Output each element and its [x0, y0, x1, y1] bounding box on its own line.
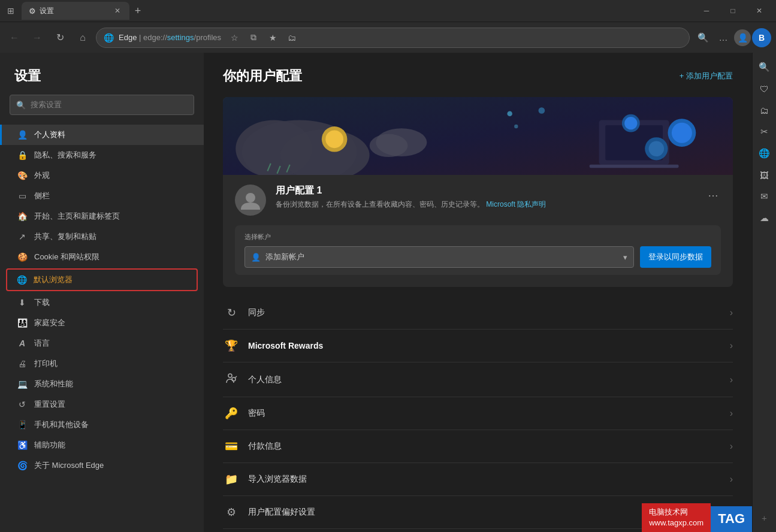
- section-item-personal[interactable]: 个人信息 ›: [223, 362, 733, 397]
- sidebar-item-accessibility[interactable]: ♿ 辅助功能: [0, 435, 204, 455]
- privacy-link[interactable]: Microsoft 隐私声明: [486, 200, 546, 208]
- section-arrow-icon: ›: [730, 474, 733, 485]
- profile-icon: 👤: [16, 130, 28, 140]
- minimize-button[interactable]: ─: [695, 2, 718, 20]
- account-label: 选择帐户: [244, 232, 711, 241]
- password-icon: 🔑: [223, 407, 240, 420]
- sidebar-item-privacy[interactable]: 🔒 隐私、搜索和服务: [0, 145, 204, 165]
- address-prefix: edge://: [143, 33, 167, 42]
- sidebar-item-sidebar[interactable]: ▭ 侧栏: [0, 186, 204, 206]
- edge-clipboard-icon[interactable]: ✂: [755, 122, 774, 141]
- section-label-sync: 同步: [248, 307, 721, 318]
- family-icon: 👨‍👩‍👧: [16, 318, 28, 328]
- section-item-rewards[interactable]: 🏆 Microsoft Rewards ›: [223, 330, 733, 362]
- sidebar-item-reset[interactable]: ↺ 重置设置: [0, 394, 204, 415]
- tab-switcher-icon[interactable]: ⧉: [245, 29, 262, 46]
- new-tab-button[interactable]: +: [129, 2, 146, 19]
- address-path: settings: [167, 33, 194, 42]
- edge-cloud-icon[interactable]: ☁: [755, 208, 774, 228]
- account-dropdown[interactable]: 👤 添加新帐户 ▾: [244, 246, 634, 268]
- edge-add-icon[interactable]: +: [755, 508, 774, 527]
- collections-icon[interactable]: 🗂: [283, 29, 300, 46]
- address-brand: Edge: [119, 33, 137, 42]
- edge-globe-icon[interactable]: 🌐: [755, 144, 774, 163]
- sidebar-item-system[interactable]: 💻 系统和性能: [0, 374, 204, 394]
- add-profile-button[interactable]: + 添加用户配置: [680, 71, 733, 81]
- sidebar-item-appearance[interactable]: 🎨 外观: [0, 165, 204, 186]
- section-arrow-icon: ›: [730, 408, 733, 419]
- system-icon: 💻: [16, 379, 28, 389]
- sidebar-item-profile[interactable]: 👤 个人资料: [0, 125, 204, 145]
- close-button[interactable]: ✕: [747, 2, 771, 20]
- sidebar-item-label: 个人资料: [34, 129, 65, 140]
- sidebar-title: 设置: [0, 67, 204, 95]
- sidebar-item-label: 语言: [34, 338, 50, 349]
- newtab-icon: 🏠: [16, 211, 28, 221]
- search-icon: 🔍: [16, 101, 26, 110]
- accessibility-icon: ♿: [16, 440, 28, 450]
- edge-shield-icon[interactable]: 🛡: [755, 79, 774, 98]
- sidebar-item-label: 开始、主页和新建标签页: [34, 211, 120, 222]
- payment-icon: 💳: [223, 440, 240, 453]
- sidebar-item-label: 隐私、搜索和服务: [34, 150, 96, 161]
- settings-more-icon[interactable]: …: [714, 28, 733, 47]
- zoom-icon[interactable]: 🔍: [693, 28, 712, 47]
- sidebar-item-printer[interactable]: 🖨 打印机: [0, 353, 204, 374]
- sidebar-item-mobile[interactable]: 📱 手机和其他设备: [0, 415, 204, 435]
- titlebar: ⊞ ⚙ 设置 ✕ + ─ □ ✕: [0, 0, 776, 22]
- refresh-button[interactable]: ↻: [50, 28, 70, 47]
- sync-button[interactable]: 登录以同步数据: [640, 246, 711, 268]
- sidebar-item-label: 家庭安全: [34, 318, 65, 328]
- edge-mail-icon[interactable]: ✉: [755, 187, 774, 206]
- edge-vertical-sidebar: 🔍 🛡 🗂 ✂ 🌐 🖼 ✉ ☁ +: [752, 53, 776, 532]
- address-bar-input[interactable]: 🌐 Edge | edge://settings/profiles ☆ ⧉ ★ …: [96, 28, 690, 48]
- section-item-password[interactable]: 🔑 密码 ›: [223, 397, 733, 430]
- svg-point-19: [514, 125, 518, 128]
- sidebar-item-newtab[interactable]: 🏠 开始、主页和新建标签页: [0, 206, 204, 226]
- section-item-payment[interactable]: 💳 付款信息 ›: [223, 430, 733, 463]
- favorites-icon[interactable]: ★: [264, 29, 281, 46]
- mobile-icon: 📱: [16, 420, 28, 430]
- sidebar-item-share[interactable]: ↗ 共享、复制和粘贴: [0, 226, 204, 247]
- sidebar-item-about[interactable]: 🌀 关于 Microsoft Edge: [0, 455, 204, 476]
- profile-avatar-button[interactable]: 👤: [734, 29, 751, 46]
- profile-more-button[interactable]: …: [705, 185, 721, 202]
- address-suffix: /profiles: [194, 33, 222, 42]
- sidebar-item-family[interactable]: 👨‍👩‍👧 家庭安全: [0, 313, 204, 333]
- tab-grid-icon[interactable]: ⊞: [5, 4, 17, 18]
- star-icon[interactable]: ☆: [226, 29, 243, 46]
- sidebar-item-language[interactable]: A 语言: [0, 333, 204, 353]
- forward-button[interactable]: →: [28, 28, 47, 47]
- section-item-import[interactable]: 📁 导入浏览器数据 ›: [223, 463, 733, 496]
- active-tab[interactable]: ⚙ 设置 ✕: [22, 2, 129, 20]
- cookie-icon: 🍪: [16, 252, 28, 262]
- import-icon: 📁: [223, 473, 240, 486]
- section-list: ↻ 同步 › 🏆 Microsoft Rewards ›: [223, 297, 733, 532]
- maximize-button[interactable]: □: [721, 2, 745, 20]
- download-icon: ⬇: [16, 298, 28, 307]
- profile-desc-text: 备份浏览数据，在所有设备上查看收藏内容、密码、历史记录等。: [276, 200, 484, 208]
- home-button[interactable]: ⌂: [73, 28, 92, 47]
- bing-button[interactable]: B: [752, 28, 771, 47]
- share-icon: ↗: [16, 232, 28, 241]
- back-button[interactable]: ←: [5, 28, 24, 47]
- sidebar-item-cookie[interactable]: 🍪 Cookie 和网站权限: [0, 247, 204, 267]
- sidebar-item-download[interactable]: ⬇ 下载: [0, 292, 204, 313]
- search-settings-box[interactable]: 🔍 搜索设置: [10, 95, 194, 115]
- sidebar-item-label: 外观: [34, 170, 50, 181]
- svg-point-24: [228, 374, 232, 377]
- tab-close-button[interactable]: ✕: [113, 6, 122, 16]
- svg-line-26: [235, 376, 237, 378]
- edge-collections-icon[interactable]: 🗂: [755, 101, 774, 120]
- tab-area: ⚙ 设置 ✕ +: [22, 0, 690, 22]
- profile-banner: [223, 97, 733, 175]
- sidebar-item-default-browser[interactable]: 🌐 默认浏览器: [6, 268, 198, 291]
- section-item-sync[interactable]: ↻ 同步 ›: [223, 297, 733, 330]
- panel-header: 你的用户配置 + 添加用户配置: [223, 67, 733, 85]
- edge-zoom-icon[interactable]: 🔍: [755, 58, 774, 77]
- section-arrow-icon: ›: [730, 374, 733, 385]
- printer-icon: 🖨: [16, 359, 28, 368]
- sidebar-item-label: 打印机: [34, 358, 58, 369]
- edge-image-icon[interactable]: 🖼: [755, 165, 774, 185]
- watermark-line1: 电脑技术网: [649, 507, 703, 518]
